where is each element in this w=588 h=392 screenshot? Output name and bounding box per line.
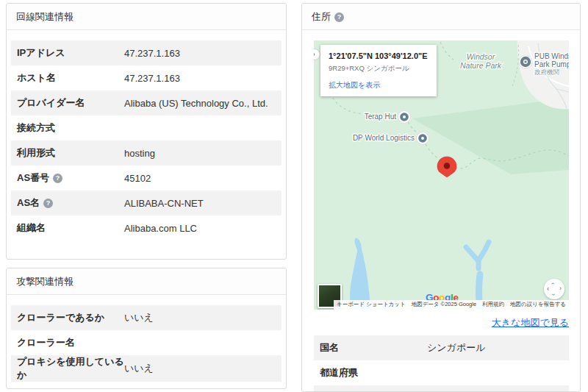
map-data-attribution: 地図データ ©2025 Google: [409, 300, 479, 310]
google-map-embed[interactable]: Windsor Nature Park Terap Hut DP World L…: [314, 40, 569, 310]
row-value: シンガポール: [427, 341, 486, 354]
table-row: ホスト名 47.237.1.163: [11, 65, 282, 90]
pan-right-icon[interactable]: ›: [559, 285, 562, 292]
line-info-title: 回線関連情報: [16, 10, 74, 24]
row-label: 接続方式: [17, 121, 124, 135]
table-row: 接続方式: [11, 115, 282, 140]
coordinates-title: 1°21'07.5"N 103°49'12.0"E: [329, 51, 429, 60]
row-value: Alibaba (US) Technology Co., Ltd.: [124, 98, 268, 109]
row-label: AS番号 ?: [17, 171, 124, 185]
address-title: 住所: [312, 10, 331, 24]
map-label-windsor-line2: Nature Park: [460, 61, 502, 70]
map-footer: キーボード ショートカット 地図データ ©2025 Google 利用規約 地図…: [314, 300, 569, 310]
row-label: 国名: [320, 341, 427, 354]
ip-lookup-page: 回線関連情報 IPアドレス 47.237.1.163 ホスト名 47.237.1…: [0, 0, 588, 392]
left-column: 回線関連情報 IPアドレス 47.237.1.163 ホスト名 47.237.1…: [6, 3, 287, 392]
attack-info-title: 攻撃関連情報: [16, 275, 74, 288]
help-icon[interactable]: ?: [334, 13, 344, 22]
pan-left-icon[interactable]: ›: [547, 285, 549, 292]
poi-marker-dp-world[interactable]: [417, 132, 429, 145]
attack-info-header: 攻撃関連情報: [7, 268, 286, 295]
plus-code: 9R29+RXQ シンガポール: [329, 64, 429, 74]
address-body: Windsor Nature Park Terap Hut DP World L…: [302, 30, 580, 392]
row-label: 利用形式: [17, 146, 124, 160]
map-label-pub-line2: Park Pump St: [534, 60, 569, 68]
view-larger-map-row: 大きな地図で見る: [314, 310, 569, 335]
map-label-terap-hut: Terap Hut: [365, 113, 397, 121]
table-row: 利用形式 hosting: [11, 140, 282, 165]
table-row: 都道府県: [314, 360, 569, 385]
poi-marker-pub-windsor[interactable]: [519, 55, 532, 68]
map-label-windsor-line1: Windsor: [467, 52, 495, 61]
map-label-pub-line1: PUB Windsor: [534, 52, 569, 60]
table-row: AS番号 ? 45102: [11, 165, 282, 190]
attack-info-body: クローラーであるか いいえ クローラー名 プロキシを使用しているか いいえ: [7, 295, 286, 382]
view-larger-map-link[interactable]: 大きな地図で見る: [492, 317, 569, 328]
pan-control[interactable]: › › › ›: [544, 279, 564, 299]
map-info-card: 1°21'07.5"N 103°49'12.0"E 9R29+RXQ シンガポー…: [320, 45, 437, 96]
row-value: 45102: [124, 173, 151, 184]
address-header: 住所 ?: [302, 4, 580, 30]
row-label: ホスト名: [17, 71, 124, 85]
row-value: 47.237.1.163: [124, 73, 180, 84]
terms-link[interactable]: 利用規約: [479, 300, 507, 310]
help-icon[interactable]: ?: [53, 174, 62, 183]
table-row: クローラーであるか いいえ: [11, 305, 282, 330]
line-info-body: IPアドレス 47.237.1.163 ホスト名 47.237.1.163 プロ…: [7, 30, 286, 240]
row-label: 都道府県: [320, 366, 427, 379]
row-label: プロキシを使用しているか: [17, 355, 124, 382]
row-label: クローラーであるか: [17, 311, 124, 324]
attack-info-panel: 攻撃関連情報 クローラーであるか いいえ クローラー名 プロキシを使用しているか…: [6, 268, 287, 389]
row-value: hosting: [124, 148, 155, 159]
row-label: 組織名: [17, 221, 124, 235]
row-label: IPアドレス: [17, 46, 124, 60]
row-label-text: AS番号: [17, 171, 49, 185]
keyboard-shortcuts-button[interactable]: キーボード ショートカット: [334, 300, 409, 310]
pan-up-icon[interactable]: ›: [550, 282, 556, 285]
table-row: AS名 ? ALIBABA-CN-NET: [11, 190, 282, 215]
line-info-panel: 回線関連情報 IPアドレス 47.237.1.163 ホスト名 47.237.1…: [6, 3, 287, 260]
table-row: プロバイダー名 Alibaba (US) Technology Co., Ltd…: [11, 90, 282, 115]
report-map-error-link[interactable]: 地図の誤りを報告する: [507, 300, 569, 310]
row-label: クローラー名: [17, 336, 124, 349]
table-row: 国名 シンガポール: [314, 335, 569, 360]
table-row-partial: [314, 385, 569, 392]
poi-marker-terap-hut[interactable]: [398, 111, 411, 124]
row-value: いいえ: [124, 362, 154, 375]
help-icon[interactable]: ?: [43, 199, 53, 208]
table-row: クローラー名: [11, 330, 282, 355]
map-label-pub-tag: 政府機関: [534, 68, 559, 76]
line-info-header: 回線関連情報: [7, 4, 286, 30]
row-value: Alibaba.com LLC: [124, 223, 197, 234]
right-column: 住所 ?: [301, 3, 581, 392]
row-value: いいえ: [124, 311, 154, 324]
row-label: AS名 ?: [17, 196, 124, 210]
address-panel: 住所 ?: [301, 3, 581, 392]
map-label-dp-world: DP World Logistics: [353, 134, 415, 142]
row-label: プロバイダー名: [17, 96, 124, 110]
row-value: ALIBABA-CN-NET: [124, 198, 204, 209]
row-label-text: AS名: [17, 196, 40, 210]
table-row: IPアドレス 47.237.1.163: [11, 40, 282, 65]
pan-down-icon[interactable]: ›: [550, 293, 556, 296]
row-value: 47.237.1.163: [124, 48, 180, 59]
enlarge-map-link[interactable]: 拡大地図を表示: [329, 80, 429, 90]
table-row: プロキシを使用しているか いいえ: [11, 355, 282, 382]
table-row: 組織名 Alibaba.com LLC: [11, 215, 282, 240]
